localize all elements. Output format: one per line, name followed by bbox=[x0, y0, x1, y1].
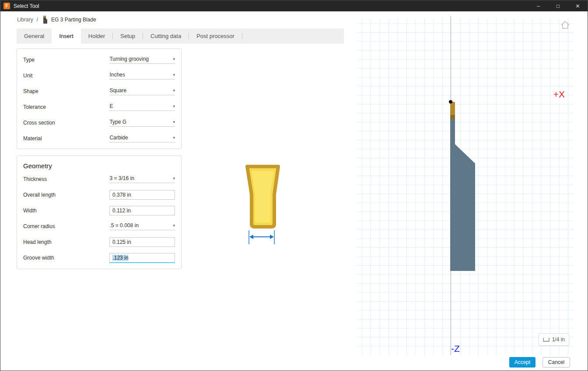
breadcrumb-separator: / bbox=[37, 17, 38, 23]
grid-scale-indicator: 1/4 in bbox=[539, 333, 569, 346]
field-label: Groove width bbox=[23, 255, 109, 261]
breadcrumb-tool-name: EG 3 Parting Blade bbox=[51, 17, 96, 23]
type-dropdown[interactable]: Turning grooving ▾ bbox=[109, 56, 175, 64]
shape-dropdown[interactable]: Square ▾ bbox=[109, 87, 175, 95]
scale-label: 1/4 in bbox=[552, 336, 565, 343]
tool-tip-insert bbox=[450, 102, 455, 115]
overall-length-input[interactable] bbox=[109, 190, 175, 200]
chevron-down-icon: ▾ bbox=[173, 223, 175, 228]
field-label: Head length bbox=[23, 239, 109, 245]
field-row-tolerance: Tolerance E ▾ bbox=[23, 99, 175, 115]
field-row-cross-section: Cross section Type G ▾ bbox=[23, 115, 175, 131]
chevron-down-icon: ▾ bbox=[173, 176, 175, 180]
field-row-groove-width: Groove width .123 in bbox=[23, 250, 175, 266]
chevron-down-icon: ▾ bbox=[173, 120, 175, 124]
geometry-title: Geometry bbox=[23, 162, 175, 170]
field-row-corner-radius: Corner radius .5 = 0.008 in ▾ bbox=[23, 218, 175, 234]
minimize-button[interactable]: – bbox=[528, 0, 548, 11]
chevron-down-icon: ▾ bbox=[173, 57, 175, 61]
titlebar: F Select Tool – □ ✕ bbox=[0, 0, 588, 11]
tab-post-processor[interactable]: Post processor bbox=[189, 28, 242, 44]
insert-preview-image bbox=[237, 162, 290, 231]
tab-divider bbox=[242, 33, 242, 39]
dropdown-value: Turning grooving bbox=[109, 56, 149, 62]
dropdown-value: E bbox=[109, 103, 113, 109]
dropdown-value: Carbide bbox=[109, 135, 128, 141]
tab-setup[interactable]: Setup bbox=[113, 28, 143, 44]
geometry-card: Geometry Thickness 3 = 3/16 in ▾ Overall… bbox=[17, 156, 182, 269]
dropdown-value: .5 = 0.008 in bbox=[109, 222, 138, 229]
window-title: Select Tool bbox=[14, 3, 39, 9]
head-length-input[interactable] bbox=[109, 237, 175, 247]
cross-section-dropdown[interactable]: Type G ▾ bbox=[109, 119, 175, 127]
tab-holder[interactable]: Holder bbox=[81, 28, 112, 44]
dropdown-value: Inches bbox=[109, 72, 125, 78]
axis-x-label: +X bbox=[553, 89, 565, 100]
scale-bracket-icon bbox=[543, 337, 550, 342]
field-label: Type bbox=[23, 57, 109, 63]
axis-z-label: -Z bbox=[451, 343, 460, 354]
select-tool-dialog: F Select Tool – □ ✕ Library / EG 3 Parti… bbox=[0, 0, 588, 371]
field-row-shape: Shape Square ▾ bbox=[23, 83, 175, 99]
field-row-overall-length: Overall length bbox=[23, 187, 175, 203]
tab-cutting-data[interactable]: Cutting data bbox=[143, 28, 189, 44]
chevron-down-icon: ▾ bbox=[173, 104, 175, 108]
field-label: Tolerance bbox=[23, 104, 109, 110]
breadcrumb-library-link[interactable]: Library bbox=[17, 17, 33, 23]
chevron-down-icon: ▾ bbox=[173, 135, 175, 140]
tolerance-dropdown[interactable]: E ▾ bbox=[109, 103, 175, 111]
tab-bar: General Insert Holder Setup Cutting data… bbox=[17, 28, 344, 44]
chevron-down-icon: ▾ bbox=[173, 73, 175, 77]
dropdown-value: Type G bbox=[109, 119, 126, 125]
width-input[interactable] bbox=[109, 206, 175, 215]
groove-width-input[interactable]: .123 in bbox=[109, 253, 175, 263]
field-label: Cross section bbox=[23, 120, 109, 126]
tab-insert[interactable]: Insert bbox=[52, 28, 81, 44]
field-label: Overall length bbox=[23, 192, 109, 198]
chevron-down-icon: ▾ bbox=[173, 88, 175, 93]
field-label: Corner radius bbox=[23, 223, 109, 229]
tool-tip-reference-point bbox=[449, 100, 452, 104]
tool-preview-canvas[interactable]: +X -Z 1/4 in bbox=[353, 15, 574, 356]
unit-dropdown[interactable]: Inches ▾ bbox=[109, 72, 175, 80]
breadcrumb: Library / EG 3 Parting Blade bbox=[17, 15, 96, 24]
field-label: Material bbox=[23, 135, 109, 142]
dropdown-value: Square bbox=[109, 87, 126, 94]
grid-and-tool-profile bbox=[353, 15, 574, 356]
fusion-logo-icon: F bbox=[4, 3, 10, 9]
field-row-thickness: Thickness 3 = 3/16 in ▾ bbox=[23, 171, 175, 187]
field-label: Unit bbox=[23, 73, 109, 79]
field-label: Width bbox=[23, 208, 109, 214]
field-row-head-length: Head length bbox=[23, 234, 175, 250]
tab-general[interactable]: General bbox=[17, 28, 52, 44]
material-dropdown[interactable]: Carbide ▾ bbox=[109, 135, 175, 142]
field-label: Thickness bbox=[23, 176, 109, 182]
field-label: Shape bbox=[23, 88, 109, 94]
width-dimension-indicator bbox=[247, 229, 277, 246]
field-row-material: Material Carbide ▾ bbox=[23, 131, 175, 146]
field-row-unit: Unit Inches ▾ bbox=[23, 68, 175, 83]
dropdown-value: 3 = 3/16 in bbox=[109, 175, 134, 181]
close-button[interactable]: ✕ bbox=[568, 0, 588, 11]
insert-properties-card: Type Turning grooving ▾ Unit Inches ▾ Sh… bbox=[17, 49, 182, 149]
selected-text: .123 in bbox=[112, 255, 128, 261]
field-row-type: Type Turning grooving ▾ bbox=[23, 52, 175, 68]
accept-button[interactable]: Accept bbox=[509, 357, 536, 368]
corner-radius-dropdown[interactable]: .5 = 0.008 in ▾ bbox=[109, 222, 175, 230]
thickness-dropdown[interactable]: 3 = 3/16 in ▾ bbox=[109, 175, 175, 183]
window-controls: – □ ✕ bbox=[528, 0, 588, 11]
cancel-button[interactable]: Cancel bbox=[542, 357, 570, 368]
home-view-icon[interactable] bbox=[560, 21, 570, 29]
maximize-button[interactable]: □ bbox=[548, 0, 568, 11]
field-row-width: Width bbox=[23, 203, 175, 218]
parting-blade-icon bbox=[42, 15, 48, 24]
